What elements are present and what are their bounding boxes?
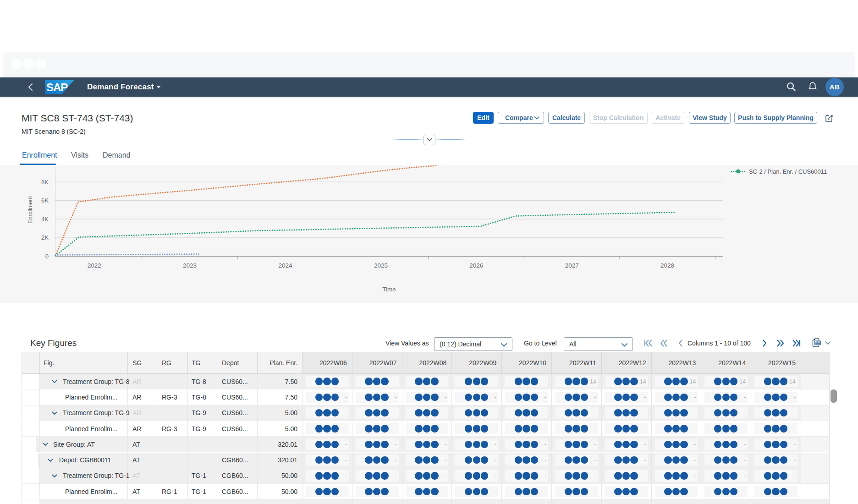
svg-text:8K: 8K — [41, 179, 49, 186]
svg-text:2024: 2024 — [278, 262, 292, 269]
svg-text:SAP: SAP — [46, 81, 68, 93]
svg-text:Enrollment: Enrollment — [27, 196, 33, 224]
svg-text:2K: 2K — [41, 234, 49, 241]
svg-text:SC-2 / Plan. Enr. / CUS60011: SC-2 / Plan. Enr. / CUS60011 — [749, 168, 827, 175]
svg-text:2026: 2026 — [469, 262, 483, 269]
svg-text:2028: 2028 — [660, 262, 674, 269]
svg-text:2025: 2025 — [374, 262, 388, 269]
svg-text:Time: Time — [382, 286, 396, 293]
svg-text:0: 0 — [45, 253, 49, 260]
svg-text:4K: 4K — [41, 216, 49, 223]
svg-text:6K: 6K — [41, 197, 49, 204]
svg-text:2023: 2023 — [183, 262, 197, 269]
svg-text:2022: 2022 — [88, 262, 101, 269]
svg-text:2027: 2027 — [565, 262, 579, 269]
